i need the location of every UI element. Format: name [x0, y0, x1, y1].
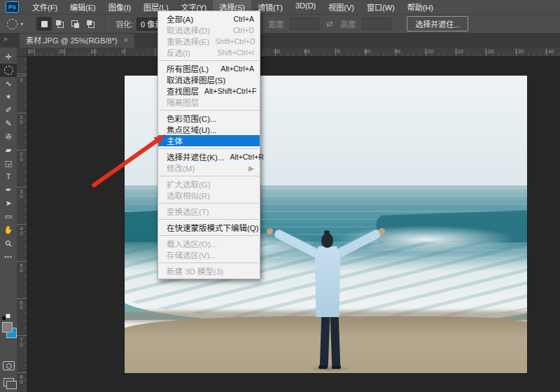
edit-toolbar-icon: •••: [4, 254, 12, 260]
menubar-item-图像[interactable]: 图像(I): [102, 0, 137, 15]
brush-tool-icon: ✎: [5, 120, 11, 127]
horizontal-ruler: 30201005060708090100110120130140: [27, 48, 560, 57]
height-input: [362, 18, 391, 30]
add-to-selection-icon: [56, 20, 64, 28]
add-to-selection-mode-button[interactable]: [52, 17, 67, 31]
h-ruler-label: 20: [59, 48, 65, 55]
menu-item-shortcut: Alt+Shift+Ctrl+F: [204, 87, 256, 95]
document-tab[interactable]: 素材.JPG @ 25%(RGB/8*) ×: [20, 32, 134, 48]
menu-item-label: 查找图层: [167, 85, 199, 97]
elliptical-marquee-tool-button[interactable]: [0, 64, 17, 77]
menubar-item-帮助[interactable]: 帮助(H): [401, 0, 440, 15]
h-ruler-label: 120: [484, 48, 493, 55]
submenu-arrow-icon: ▶: [248, 164, 254, 172]
photoshop-logo: Ps: [6, 1, 19, 13]
rectangle-tool-button[interactable]: ▭: [0, 210, 17, 223]
person-head: [321, 233, 333, 248]
paint-bucket-tool-icon: ◲: [5, 160, 12, 167]
menu-separator: [159, 148, 259, 149]
hand-tool-icon: ✋: [4, 226, 13, 234]
menu-separator: [159, 110, 259, 111]
pen-tool-button[interactable]: ✒: [0, 183, 17, 197]
document-tab-bar: » 素材.JPG @ 25%(RGB/8*) ×: [0, 32, 560, 48]
menu-item-shortcut: Shift+Ctrl+D: [215, 37, 255, 46]
person-right-leg: [330, 316, 341, 368]
select-and-mask-button[interactable]: 选择并遮住...: [407, 16, 468, 31]
menu-separator: [159, 262, 259, 263]
path-select-tool-button[interactable]: ➤: [0, 197, 17, 210]
menu-item-全部[interactable]: 全部(A)Ctrl+A: [158, 13, 260, 24]
menu-item-label: 取消选择(D): [167, 24, 210, 36]
h-ruler-label: 30: [27, 48, 34, 55]
quick-mask-mode-button[interactable]: [3, 361, 15, 370]
elliptical-marquee-icon: [4, 66, 13, 75]
close-tab-icon[interactable]: ×: [123, 36, 127, 44]
pen-tool-icon: ✒: [5, 186, 11, 194]
tool-preset-picker[interactable]: ▾: [7, 19, 23, 29]
clone-stamp-tool-button[interactable]: ✇: [0, 130, 17, 144]
menubar-item-视图[interactable]: 视图(V): [322, 0, 360, 15]
h-ruler-label: 0: [122, 48, 125, 55]
menubar-item-窗口[interactable]: 窗口(W): [360, 0, 401, 15]
menu-item-色彩范围[interactable]: 色彩范围(C)...: [158, 113, 260, 124]
paint-bucket-tool-button[interactable]: ◲: [0, 157, 17, 170]
menu-item-label: 隔离图层: [167, 97, 199, 108]
swap-dimensions-icon: ⇄: [326, 19, 333, 29]
feather-label: 羽化:: [115, 18, 133, 29]
menu-item-shortcut: Shift+Ctrl+I: [217, 48, 254, 57]
new-selection-mode-button[interactable]: [36, 17, 52, 31]
v-ruler-label: 80: [18, 374, 24, 384]
menu-item-label: 新建 3D 模型(3): [167, 265, 223, 276]
menu-item-label: 反选(I): [167, 47, 190, 58]
subtract-from-selection-icon: [71, 20, 79, 28]
menu-item-所有图层[interactable]: 所有图层(L)Alt+Ctrl+A: [158, 63, 260, 74]
menu-item-存储选区: 存储选区(V)...: [158, 249, 260, 260]
magic-wand-tool-icon: ✶: [5, 93, 11, 101]
menu-item-label: 取消选择图层(S): [167, 74, 225, 85]
new-selection-icon: [41, 21, 48, 27]
double-chevron-icon[interactable]: »: [4, 35, 7, 43]
menu-item-label: 全部(A): [167, 13, 193, 24]
menu-item-变换选区: 变换选区(T): [158, 206, 260, 217]
brush-tool-button[interactable]: ✎: [0, 117, 17, 130]
move-tool-button[interactable]: ✛: [0, 50, 17, 64]
menubar-item-文件[interactable]: 文件(F): [26, 0, 64, 15]
lasso-tool-button[interactable]: ∿: [0, 77, 17, 90]
zoom-tool-button[interactable]: ⚲: [0, 237, 17, 250]
menu-item-label: 存储选区(V)...: [167, 249, 216, 260]
menu-item-在快速蒙版模式下编辑[interactable]: 在快速蒙版模式下编辑(Q): [158, 222, 260, 233]
person-left-hand: [267, 228, 273, 234]
magic-wand-tool-button[interactable]: ✶: [0, 90, 17, 104]
v-ruler-label: 10: [18, 114, 24, 124]
intersect-selection-mode-button[interactable]: [83, 17, 98, 31]
screen-mode-button[interactable]: [4, 378, 14, 386]
person-right-hand: [379, 228, 385, 234]
h-ruler-label: 140: [545, 48, 554, 55]
elliptical-marquee-icon: [7, 19, 18, 29]
quick-mask-icon: [6, 363, 12, 369]
divider: [29, 18, 30, 30]
v-ruler-label: 70: [18, 337, 24, 346]
tools-panel: ✛∿✶✐✎✇▰◲T✒➤▭✋⚲•••: [0, 48, 17, 392]
eraser-tool-button[interactable]: ▰: [0, 144, 17, 157]
menubar-item-3D[interactable]: 3D(D): [289, 0, 322, 15]
foreground-color-swatch[interactable]: [2, 322, 13, 332]
menu-separator: [159, 176, 259, 176]
subtract-from-selection-mode-button[interactable]: [67, 17, 83, 31]
ruler-corner: [17, 48, 27, 57]
rectangle-tool-icon: ▭: [5, 213, 12, 220]
hand-tool-button[interactable]: ✋: [0, 223, 17, 237]
vertical-ruler: 01020304050607080: [17, 56, 27, 392]
menu-item-取消选择图层[interactable]: 取消选择图层(S): [158, 74, 260, 85]
eyedropper-tool-button[interactable]: ✐: [0, 104, 17, 117]
annotation-arrow: [83, 125, 174, 195]
menu-item-查找图层[interactable]: 查找图层Alt+Shift+Ctrl+F: [158, 85, 260, 97]
menu-item-反选: 反选(I)Shift+Ctrl+I: [158, 47, 260, 58]
v-ruler-label: 50: [18, 262, 24, 272]
type-tool-button[interactable]: T: [0, 170, 17, 183]
edit-toolbar-button[interactable]: •••: [0, 250, 17, 263]
default-colors-icon[interactable]: [2, 314, 10, 320]
h-ruler-label: 80: [364, 48, 370, 55]
v-ruler-label: 60: [18, 300, 24, 309]
menubar-item-编辑[interactable]: 编辑(E): [64, 0, 102, 15]
